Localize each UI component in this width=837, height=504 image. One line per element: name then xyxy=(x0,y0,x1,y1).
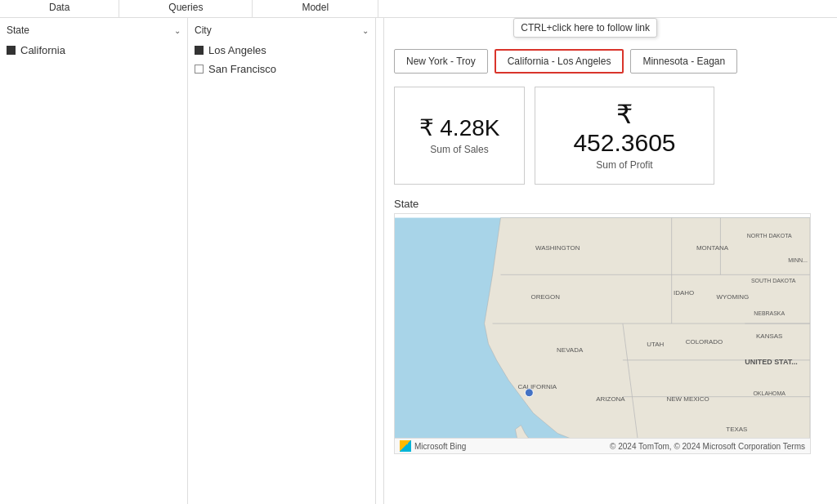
san-francisco-checkbox[interactable] xyxy=(195,65,204,74)
kpi-sales-symbol: ₹ xyxy=(419,115,434,140)
kpi-sales-value: ₹ 4.28K xyxy=(419,116,500,141)
california-color-swatch xyxy=(7,46,16,55)
svg-text:NEVADA: NEVADA xyxy=(557,346,584,354)
kpi-card-profit: ₹ 452.3605 Sum of Profit xyxy=(535,87,714,185)
tooltip-text: CTRL+click here to follow link xyxy=(521,22,650,33)
right-panel: CTRL+click here to follow link New York … xyxy=(384,18,837,504)
nav-data[interactable]: Data xyxy=(0,0,119,17)
city-item-los-angeles[interactable]: Los Angeles xyxy=(195,42,369,58)
kpi-profit-symbol: ₹ xyxy=(573,100,675,129)
map-footer: Microsoft Bing © 2024 TomTom, © 2024 Mic… xyxy=(395,438,810,453)
svg-text:SOUTH DAKOTA: SOUTH DAKOTA xyxy=(751,278,796,283)
kpi-profit-value: ₹ 452.3605 xyxy=(573,100,675,156)
bing-icon xyxy=(400,440,411,452)
top-nav: Data Queries Model xyxy=(0,0,837,18)
state-panel: State ⌄ California xyxy=(0,18,188,504)
los-angeles-color-swatch xyxy=(195,46,204,55)
los-angeles-label: Los Angeles xyxy=(208,44,266,56)
svg-text:UNITED STAT...: UNITED STAT... xyxy=(745,358,797,366)
filter-btn-minnesota-eagan[interactable]: Minnesota - Eagan xyxy=(630,49,737,74)
state-item-california[interactable]: California xyxy=(7,42,181,58)
svg-text:WYOMING: WYOMING xyxy=(716,293,749,301)
map-svg: WASHINGTON MONTANA NORTH DAKOTA MINN... … xyxy=(395,214,810,453)
kpi-profit-number: 452.3605 xyxy=(573,129,675,156)
city-panel-title: City xyxy=(195,25,212,36)
san-francisco-label: San Francisco xyxy=(208,63,276,75)
state-chevron-icon[interactable]: ⌄ xyxy=(174,26,181,35)
kpi-profit-label: Sum of Profit xyxy=(596,159,652,171)
svg-text:MINN...: MINN... xyxy=(788,258,808,264)
svg-text:TEXAS: TEXAS xyxy=(726,426,747,433)
svg-text:NORTH DAKOTA: NORTH DAKOTA xyxy=(747,234,792,239)
svg-text:COLORADO: COLORADO xyxy=(686,338,723,346)
map-copyright: © 2024 TomTom, © 2024 Microsoft Corporat… xyxy=(610,442,805,451)
state-panel-title: State xyxy=(7,25,29,36)
svg-text:WASHINGTON: WASHINGTON xyxy=(535,245,580,252)
tooltip: CTRL+click here to follow link xyxy=(513,18,657,38)
map-title: State xyxy=(394,198,827,210)
california-label: California xyxy=(20,44,65,56)
map-section: State xyxy=(394,198,827,454)
city-panel: City ⌄ Los Angeles San Francisco xyxy=(188,18,376,504)
main-content: State ⌄ California City ⌄ Los Angeles Sa… xyxy=(0,18,837,504)
bing-logo: Microsoft Bing xyxy=(400,440,466,452)
bing-label: Microsoft Bing xyxy=(414,442,466,451)
kpi-sales-label: Sum of Sales xyxy=(430,144,488,155)
filter-buttons-row: New York - Troy California - Los Angeles… xyxy=(394,49,827,74)
svg-point-29 xyxy=(525,389,533,397)
svg-text:NEBRASKA: NEBRASKA xyxy=(754,310,785,316)
map-container[interactable]: WASHINGTON MONTANA NORTH DAKOTA MINN... … xyxy=(394,213,811,454)
nav-model[interactable]: Model xyxy=(253,0,378,17)
city-panel-header: City ⌄ xyxy=(195,25,369,36)
city-item-san-francisco[interactable]: San Francisco xyxy=(195,61,369,77)
svg-text:OKLAHOMA: OKLAHOMA xyxy=(753,390,786,396)
svg-text:ARIZONA: ARIZONA xyxy=(596,395,625,403)
kpi-row: ₹ 4.28K Sum of Sales ₹ 452.3605 Sum of P… xyxy=(394,87,827,185)
svg-text:OREGON: OREGON xyxy=(531,293,561,301)
city-chevron-icon[interactable]: ⌄ xyxy=(362,26,369,35)
filter-btn-california-los-angeles[interactable]: California - Los Angeles xyxy=(495,49,624,74)
filter-btn-new-york-troy[interactable]: New York - Troy xyxy=(394,49,488,74)
svg-text:MONTANA: MONTANA xyxy=(696,245,729,252)
kpi-card-sales: ₹ 4.28K Sum of Sales xyxy=(394,87,525,185)
svg-text:KANSAS: KANSAS xyxy=(756,332,782,340)
svg-text:CALIFORNIA: CALIFORNIA xyxy=(517,383,557,390)
svg-text:UTAH: UTAH xyxy=(647,341,664,348)
state-panel-header: State ⌄ xyxy=(7,25,181,36)
svg-text:NEW MEXICO: NEW MEXICO xyxy=(667,395,709,403)
nav-queries[interactable]: Queries xyxy=(119,0,253,17)
left-panels: State ⌄ California City ⌄ Los Angeles Sa… xyxy=(0,18,384,504)
kpi-sales-number: 4.28K xyxy=(440,115,499,140)
svg-text:IDAHO: IDAHO xyxy=(674,289,694,297)
